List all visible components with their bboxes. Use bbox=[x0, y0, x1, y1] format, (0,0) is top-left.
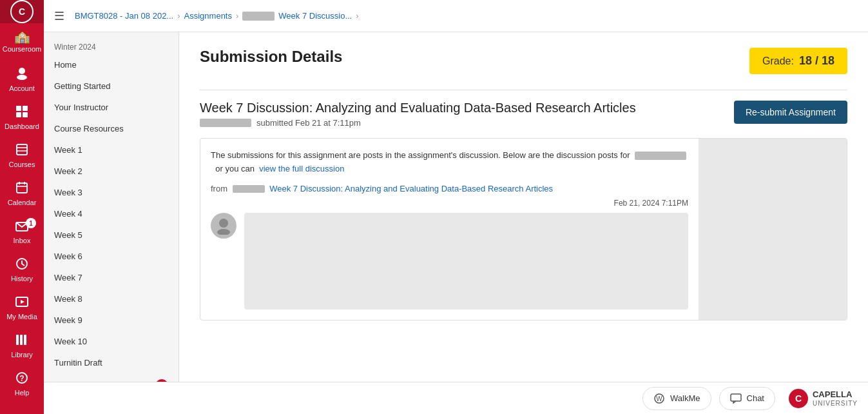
resubmit-button[interactable]: Re-submit Assignment bbox=[734, 101, 847, 124]
course-nav-week5[interactable]: Week 5 bbox=[44, 224, 178, 246]
breadcrumb-sep-1: › bbox=[177, 11, 180, 21]
sidebar-collapse-button[interactable]: ← bbox=[0, 403, 44, 414]
sidebar-item-account[interactable]: Account bbox=[0, 59, 44, 99]
sidebar-item-calendar[interactable]: Calendar bbox=[0, 175, 44, 213]
page-title: Submission Details bbox=[200, 48, 342, 66]
sidebar-item-dashboard[interactable]: Dashboard bbox=[0, 99, 44, 137]
sidebar-item-label: Help bbox=[15, 389, 30, 397]
inbox-badge: 1 bbox=[26, 218, 36, 228]
sidebar-item-library[interactable]: Library bbox=[0, 327, 44, 365]
submitted-info: submitted Feb 21 at 7:11pm bbox=[200, 118, 636, 128]
breadcrumb-current-link[interactable]: Week 7 Discussio... bbox=[278, 11, 352, 21]
course-nav-course-resources[interactable]: Course Resources bbox=[44, 118, 178, 139]
discussion-user-masked bbox=[635, 152, 686, 160]
course-nav-your-instructor[interactable]: Your Instructor bbox=[44, 97, 178, 118]
sidebar-item-inbox[interactable]: 1 Inbox bbox=[0, 213, 44, 251]
svg-rect-7 bbox=[23, 112, 28, 117]
sidebar-item-help[interactable]: ? Help bbox=[0, 365, 44, 403]
discussion-info: The submissions for this assignment are … bbox=[211, 149, 688, 176]
sidebar-item-courses[interactable]: Courses bbox=[0, 137, 44, 175]
svg-point-24 bbox=[219, 219, 228, 228]
sidebar-item-my-media[interactable]: My Media bbox=[0, 289, 44, 327]
sidebar-item-courseroom[interactable]: 🏫 Courseroom bbox=[0, 23, 44, 59]
from-user-masked bbox=[233, 185, 265, 193]
svg-rect-20 bbox=[20, 335, 23, 345]
svg-point-2 bbox=[19, 68, 25, 74]
course-nav-week2[interactable]: Week 2 bbox=[44, 161, 178, 182]
menu-icon[interactable]: ☰ bbox=[54, 9, 64, 23]
course-nav-announcements[interactable]: Announcements 9 bbox=[44, 373, 178, 382]
walkme-button[interactable]: W WalkMe bbox=[642, 387, 711, 410]
assignment-title-group: Week 7 Discussion: Analyzing and Evaluat… bbox=[200, 101, 636, 128]
breadcrumb-masked bbox=[242, 12, 275, 21]
svg-rect-21 bbox=[24, 335, 26, 345]
grade-box: Grade: 18 / 18 bbox=[749, 48, 847, 74]
discussion-or-text: or you can bbox=[215, 164, 255, 173]
course-nav-week4[interactable]: Week 4 bbox=[44, 203, 178, 224]
svg-point-3 bbox=[17, 75, 27, 80]
discussion-post-link[interactable]: Week 7 Discussion: Analyzing and Evaluat… bbox=[269, 184, 553, 193]
capella-name: CAPELLA bbox=[813, 389, 858, 400]
account-icon bbox=[15, 66, 29, 82]
submission-header: Submission Details Grade: 18 / 18 bbox=[200, 48, 847, 74]
sidebar-item-label: History bbox=[11, 275, 33, 282]
course-nav-week1[interactable]: Week 1 bbox=[44, 139, 178, 161]
svg-rect-19 bbox=[16, 335, 19, 345]
course-nav-week7[interactable]: Week 7 bbox=[44, 267, 178, 288]
main-content: Submission Details Grade: 18 / 18 Week 7… bbox=[179, 32, 868, 382]
breadcrumb-sep-3: › bbox=[356, 11, 358, 21]
discussion-main: The submissions for this assignment are … bbox=[200, 139, 699, 320]
course-nav-week3[interactable]: Week 3 bbox=[44, 182, 178, 203]
bottom-bar: W WalkMe Chat C CAPELLA UNIVERSITY bbox=[44, 382, 868, 414]
topnav: ☰ BMGT8028 - Jan 08 202... › Assignments… bbox=[44, 0, 868, 32]
assignment-title: Week 7 Discussion: Analyzing and Evaluat… bbox=[200, 101, 636, 115]
divider bbox=[200, 90, 847, 90]
svg-rect-6 bbox=[16, 112, 21, 117]
chat-button[interactable]: Chat bbox=[719, 387, 775, 410]
course-nav-getting-started[interactable]: Getting Started bbox=[44, 75, 178, 97]
view-full-discussion-link[interactable]: view the full discussion bbox=[259, 164, 344, 173]
course-nav-turnitin[interactable]: Turnitin Draft bbox=[44, 352, 178, 373]
course-nav-week10[interactable]: Week 10 bbox=[44, 331, 178, 352]
library-icon bbox=[15, 333, 28, 348]
chat-label: Chat bbox=[747, 393, 764, 403]
discussion-inner: The submissions for this assignment are … bbox=[200, 139, 847, 320]
course-nav: Winter 2024 Home Getting Started Your In… bbox=[44, 32, 179, 382]
breadcrumb-course-link[interactable]: BMGT8028 - Jan 08 202... bbox=[75, 11, 173, 21]
svg-rect-28 bbox=[731, 394, 741, 401]
svg-text:C: C bbox=[19, 6, 25, 17]
sidebar-item-label: Courses bbox=[9, 161, 35, 168]
avatar bbox=[211, 213, 236, 239]
sidebar-item-label: Dashboard bbox=[5, 123, 39, 130]
sidebar-bottom: ← bbox=[0, 403, 44, 414]
walkme-label: WalkMe bbox=[670, 393, 700, 403]
breadcrumb-assignments-link[interactable]: Assignments bbox=[184, 11, 232, 21]
calendar-icon bbox=[15, 181, 28, 196]
course-nav-week6[interactable]: Week 6 bbox=[44, 246, 178, 267]
courseroom-icon: 🏫 bbox=[14, 30, 30, 43]
submitter-masked bbox=[200, 119, 251, 127]
discussion-info-text: The submissions for this assignment are … bbox=[211, 150, 630, 160]
course-nav-week9[interactable]: Week 9 bbox=[44, 310, 178, 331]
chat-icon bbox=[730, 393, 742, 404]
sidebar-item-label: Library bbox=[11, 351, 33, 359]
svg-text:?: ? bbox=[19, 374, 24, 383]
sidebar-item-label: Inbox bbox=[14, 237, 31, 244]
main-wrapper: ☰ BMGT8028 - Jan 08 202... › Assignments… bbox=[44, 0, 868, 414]
course-nav-home[interactable]: Home bbox=[44, 54, 178, 75]
history-icon bbox=[15, 257, 28, 272]
capella-logo-icon: C bbox=[788, 388, 809, 409]
collapse-icon: ← bbox=[16, 411, 28, 414]
announcements-badge: 9 bbox=[155, 379, 168, 382]
sidebar-item-label: Account bbox=[9, 84, 35, 92]
sidebar-logo: C bbox=[0, 0, 44, 23]
course-nav-week8[interactable]: Week 8 bbox=[44, 288, 178, 310]
grade-value: 18 / 18 bbox=[799, 54, 834, 68]
sidebar-item-label: Courseroom bbox=[3, 45, 42, 53]
svg-rect-8 bbox=[17, 144, 27, 155]
grade-label: Grade: bbox=[762, 55, 794, 67]
post-content bbox=[244, 213, 688, 310]
course-season: Winter 2024 bbox=[44, 37, 178, 54]
svg-rect-4 bbox=[16, 106, 21, 111]
sidebar-item-history[interactable]: History bbox=[0, 251, 44, 289]
